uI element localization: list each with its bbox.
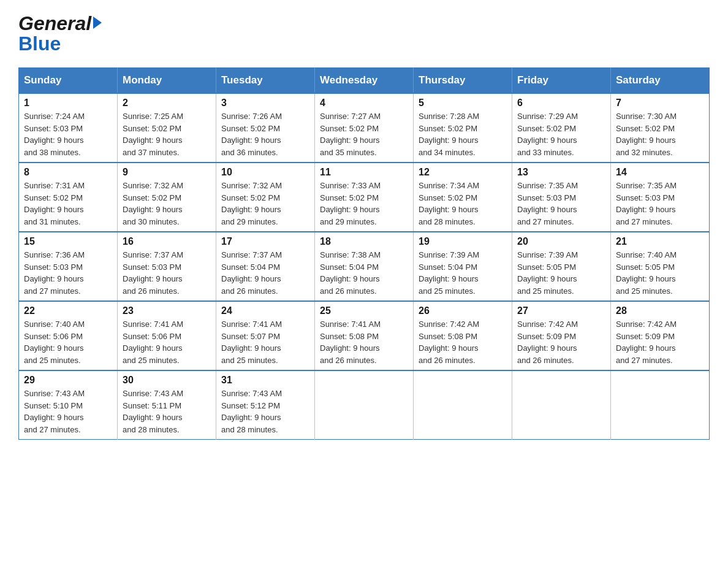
day-info: Sunrise: 7:41 AM Sunset: 5:07 PM Dayligh… <box>221 318 309 366</box>
day-info: Sunrise: 7:26 AM Sunset: 5:02 PM Dayligh… <box>221 110 309 158</box>
day-info: Sunrise: 7:41 AM Sunset: 5:08 PM Dayligh… <box>320 318 408 366</box>
calendar-day-cell: 1 Sunrise: 7:24 AM Sunset: 5:03 PM Dayli… <box>19 93 118 163</box>
day-number: 20 <box>517 236 605 247</box>
day-number: 13 <box>517 167 605 178</box>
calendar-day-cell: 5 Sunrise: 7:28 AM Sunset: 5:02 PM Dayli… <box>414 93 512 163</box>
calendar-day-cell: 6 Sunrise: 7:29 AM Sunset: 5:02 PM Dayli… <box>512 93 611 163</box>
day-info: Sunrise: 7:35 AM Sunset: 5:03 PM Dayligh… <box>517 180 605 228</box>
day-of-week-header: Monday <box>118 68 216 94</box>
day-number: 6 <box>517 98 605 109</box>
logo: General Blue <box>18 12 102 55</box>
calendar-day-cell: 14 Sunrise: 7:35 AM Sunset: 5:03 PM Dayl… <box>611 163 710 232</box>
day-info: Sunrise: 7:38 AM Sunset: 5:04 PM Dayligh… <box>320 249 408 297</box>
calendar-day-cell: 10 Sunrise: 7:32 AM Sunset: 5:02 PM Dayl… <box>216 163 315 232</box>
day-info: Sunrise: 7:43 AM Sunset: 5:10 PM Dayligh… <box>24 388 112 435</box>
calendar-day-cell: 3 Sunrise: 7:26 AM Sunset: 5:02 PM Dayli… <box>216 93 315 163</box>
day-info: Sunrise: 7:40 AM Sunset: 5:05 PM Dayligh… <box>616 249 704 297</box>
day-number: 28 <box>616 305 704 316</box>
day-info: Sunrise: 7:34 AM Sunset: 5:02 PM Dayligh… <box>419 180 507 228</box>
calendar-day-cell: 13 Sunrise: 7:35 AM Sunset: 5:03 PM Dayl… <box>512 163 611 232</box>
day-number: 16 <box>123 236 211 247</box>
calendar-day-cell: 31 Sunrise: 7:43 AM Sunset: 5:12 PM Dayl… <box>216 370 315 440</box>
calendar-day-cell: 4 Sunrise: 7:27 AM Sunset: 5:02 PM Dayli… <box>315 93 414 163</box>
calendar-day-cell: 28 Sunrise: 7:42 AM Sunset: 5:09 PM Dayl… <box>611 301 710 370</box>
day-info: Sunrise: 7:36 AM Sunset: 5:03 PM Dayligh… <box>24 249 112 297</box>
day-info: Sunrise: 7:37 AM Sunset: 5:03 PM Dayligh… <box>123 249 211 297</box>
day-of-week-header: Friday <box>512 68 611 94</box>
calendar-day-cell <box>512 370 611 440</box>
day-info: Sunrise: 7:41 AM Sunset: 5:06 PM Dayligh… <box>123 318 211 366</box>
logo-arrow-icon <box>93 17 102 29</box>
day-number: 9 <box>123 167 211 178</box>
day-number: 11 <box>320 167 408 178</box>
calendar-day-cell <box>611 370 710 440</box>
day-number: 29 <box>24 375 112 386</box>
day-info: Sunrise: 7:28 AM Sunset: 5:02 PM Dayligh… <box>419 110 507 158</box>
day-number: 27 <box>517 305 605 316</box>
day-info: Sunrise: 7:29 AM Sunset: 5:02 PM Dayligh… <box>517 110 605 158</box>
day-info: Sunrise: 7:39 AM Sunset: 5:05 PM Dayligh… <box>517 249 605 297</box>
calendar-day-cell: 9 Sunrise: 7:32 AM Sunset: 5:02 PM Dayli… <box>118 163 216 232</box>
day-info: Sunrise: 7:42 AM Sunset: 5:09 PM Dayligh… <box>517 318 605 366</box>
page-header: General Blue <box>18 12 710 55</box>
calendar-day-cell: 12 Sunrise: 7:34 AM Sunset: 5:02 PM Dayl… <box>414 163 512 232</box>
calendar-day-cell: 17 Sunrise: 7:37 AM Sunset: 5:04 PM Dayl… <box>216 232 315 301</box>
day-of-week-header: Saturday <box>611 68 710 94</box>
day-number: 31 <box>221 375 309 386</box>
calendar-day-cell: 23 Sunrise: 7:41 AM Sunset: 5:06 PM Dayl… <box>118 301 216 370</box>
day-of-week-header: Tuesday <box>216 68 315 94</box>
day-number: 22 <box>24 305 112 316</box>
day-number: 4 <box>320 98 408 109</box>
day-info: Sunrise: 7:39 AM Sunset: 5:04 PM Dayligh… <box>419 249 507 297</box>
calendar-day-cell: 27 Sunrise: 7:42 AM Sunset: 5:09 PM Dayl… <box>512 301 611 370</box>
day-info: Sunrise: 7:43 AM Sunset: 5:11 PM Dayligh… <box>123 388 211 435</box>
calendar-day-cell: 11 Sunrise: 7:33 AM Sunset: 5:02 PM Dayl… <box>315 163 414 232</box>
day-number: 8 <box>24 167 112 178</box>
day-of-week-header: Sunday <box>19 68 118 94</box>
calendar-day-cell: 26 Sunrise: 7:42 AM Sunset: 5:08 PM Dayl… <box>414 301 512 370</box>
calendar-week-row: 8 Sunrise: 7:31 AM Sunset: 5:02 PM Dayli… <box>19 163 710 232</box>
calendar-header-row: SundayMondayTuesdayWednesdayThursdayFrid… <box>19 68 710 94</box>
calendar-day-cell: 25 Sunrise: 7:41 AM Sunset: 5:08 PM Dayl… <box>315 301 414 370</box>
calendar-day-cell: 7 Sunrise: 7:30 AM Sunset: 5:02 PM Dayli… <box>611 93 710 163</box>
calendar-day-cell: 29 Sunrise: 7:43 AM Sunset: 5:10 PM Dayl… <box>19 370 118 440</box>
day-number: 23 <box>123 305 211 316</box>
day-info: Sunrise: 7:32 AM Sunset: 5:02 PM Dayligh… <box>123 180 211 228</box>
calendar-day-cell: 21 Sunrise: 7:40 AM Sunset: 5:05 PM Dayl… <box>611 232 710 301</box>
calendar-week-row: 29 Sunrise: 7:43 AM Sunset: 5:10 PM Dayl… <box>19 370 710 440</box>
day-info: Sunrise: 7:35 AM Sunset: 5:03 PM Dayligh… <box>616 180 704 228</box>
calendar-day-cell <box>315 370 414 440</box>
calendar-day-cell: 19 Sunrise: 7:39 AM Sunset: 5:04 PM Dayl… <box>414 232 512 301</box>
day-info: Sunrise: 7:33 AM Sunset: 5:02 PM Dayligh… <box>320 180 408 228</box>
calendar-table: SundayMondayTuesdayWednesdayThursdayFrid… <box>18 67 710 440</box>
day-info: Sunrise: 7:30 AM Sunset: 5:02 PM Dayligh… <box>616 110 704 158</box>
day-info: Sunrise: 7:32 AM Sunset: 5:02 PM Dayligh… <box>221 180 309 228</box>
calendar-day-cell: 15 Sunrise: 7:36 AM Sunset: 5:03 PM Dayl… <box>19 232 118 301</box>
day-number: 10 <box>221 167 309 178</box>
day-info: Sunrise: 7:43 AM Sunset: 5:12 PM Dayligh… <box>221 388 309 435</box>
calendar-day-cell: 22 Sunrise: 7:40 AM Sunset: 5:06 PM Dayl… <box>19 301 118 370</box>
day-info: Sunrise: 7:25 AM Sunset: 5:02 PM Dayligh… <box>123 110 211 158</box>
calendar-day-cell: 30 Sunrise: 7:43 AM Sunset: 5:11 PM Dayl… <box>118 370 216 440</box>
calendar-week-row: 22 Sunrise: 7:40 AM Sunset: 5:06 PM Dayl… <box>19 301 710 370</box>
day-info: Sunrise: 7:42 AM Sunset: 5:09 PM Dayligh… <box>616 318 704 366</box>
day-number: 17 <box>221 236 309 247</box>
day-number: 14 <box>616 167 704 178</box>
day-number: 3 <box>221 98 309 109</box>
calendar-day-cell: 18 Sunrise: 7:38 AM Sunset: 5:04 PM Dayl… <box>315 232 414 301</box>
day-number: 2 <box>123 98 211 109</box>
day-number: 21 <box>616 236 704 247</box>
day-number: 19 <box>419 236 507 247</box>
day-number: 26 <box>419 305 507 316</box>
calendar-day-cell: 2 Sunrise: 7:25 AM Sunset: 5:02 PM Dayli… <box>118 93 216 163</box>
day-info: Sunrise: 7:24 AM Sunset: 5:03 PM Dayligh… <box>24 110 112 158</box>
day-number: 24 <box>221 305 309 316</box>
day-number: 5 <box>419 98 507 109</box>
day-number: 7 <box>616 98 704 109</box>
day-info: Sunrise: 7:27 AM Sunset: 5:02 PM Dayligh… <box>320 110 408 158</box>
calendar-day-cell <box>414 370 512 440</box>
logo-general-text: General <box>18 12 91 35</box>
calendar-week-row: 1 Sunrise: 7:24 AM Sunset: 5:03 PM Dayli… <box>19 93 710 163</box>
logo-line1: General <box>18 12 102 35</box>
day-number: 25 <box>320 305 408 316</box>
